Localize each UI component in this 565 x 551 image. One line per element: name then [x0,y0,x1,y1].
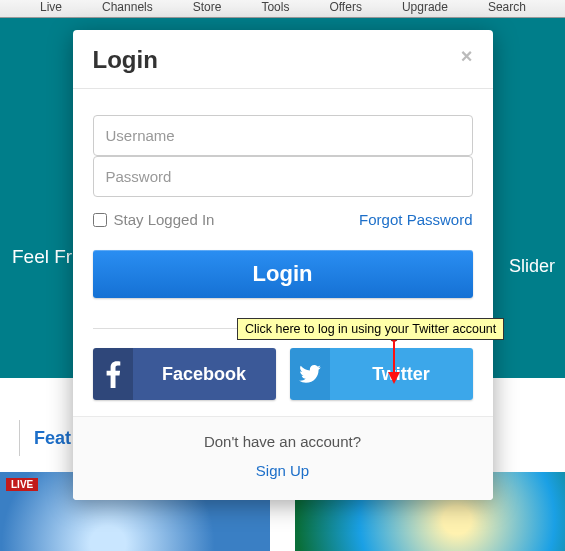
login-modal: Login × Stay Logged In Forgot Password L… [73,30,493,500]
login-button[interactable]: Login [93,250,473,298]
password-input[interactable] [93,156,473,197]
modal-overlay: Login × Stay Logged In Forgot Password L… [0,0,565,551]
username-input[interactable] [93,115,473,156]
twitter-login-button[interactable]: Twitter [290,348,473,400]
svg-marker-2 [388,372,400,384]
facebook-icon [93,348,133,400]
modal-header: Login × [73,30,493,89]
forgot-password-link[interactable]: Forgot Password [359,211,472,228]
annotation-tooltip: Click here to log in using your Twitter … [237,318,504,340]
no-account-text: Don't have an account? [93,433,473,450]
modal-title: Login [93,46,158,74]
stay-logged-in[interactable]: Stay Logged In [93,211,215,228]
stay-logged-in-label: Stay Logged In [114,211,215,228]
stay-logged-in-checkbox[interactable] [93,213,107,227]
close-icon[interactable]: × [461,46,473,66]
modal-body: Stay Logged In Forgot Password Login OR … [73,89,493,416]
facebook-label: Facebook [133,348,276,400]
modal-footer: Don't have an account? Sign Up [73,416,493,500]
twitter-icon [290,348,330,400]
facebook-login-button[interactable]: Facebook [93,348,276,400]
sign-up-link[interactable]: Sign Up [256,462,309,479]
